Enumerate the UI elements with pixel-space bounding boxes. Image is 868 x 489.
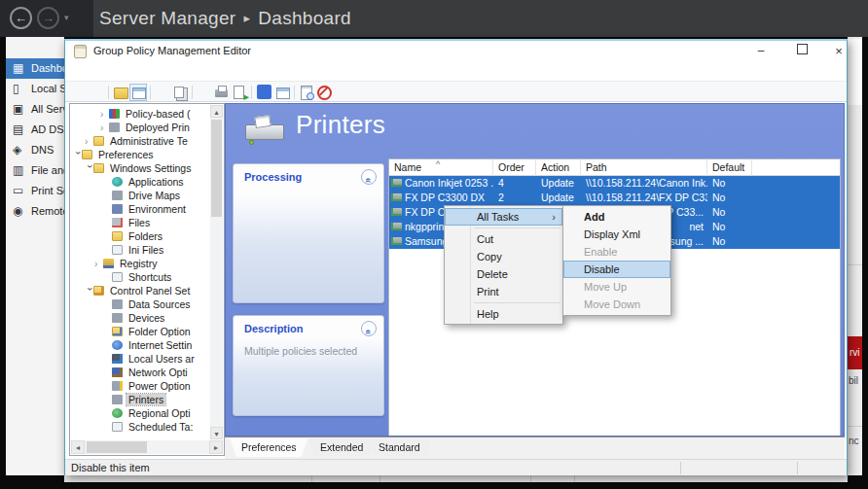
forward-icon[interactable]: → xyxy=(37,7,59,29)
FX DP C3300 DX[interactable]: FX DP C3300 DX2Update\\10.158.211.24\FX … xyxy=(389,191,840,205)
scroll-left-icon[interactable]: ◂ xyxy=(71,440,85,454)
tab-extended[interactable]: Extended xyxy=(308,439,375,456)
collapse-chevron-icon[interactable]: « xyxy=(361,169,377,185)
console-tree-icon[interactable] xyxy=(129,84,147,101)
expander-icon[interactable]: › xyxy=(100,122,109,135)
toolbar-sep-2[interactable] xyxy=(147,84,154,101)
menu-item-delete[interactable]: Delete xyxy=(445,265,562,283)
export-icon[interactable] xyxy=(231,84,248,101)
cut-icon[interactable] xyxy=(154,84,171,101)
scroll-down-icon[interactable]: ▾ xyxy=(210,427,223,439)
column-header-action[interactable]: Action xyxy=(536,159,581,176)
tree-item-files[interactable]: Files xyxy=(71,216,209,229)
submenu-item-move-down[interactable]: Move Down xyxy=(563,296,670,313)
sidebar-item-dns[interactable]: ◈DNS xyxy=(6,140,64,160)
tree-item-environment[interactable]: Environment xyxy=(71,202,209,216)
sidebar-item-local-server[interactable]: ▯Local Se xyxy=(6,79,64,99)
tree-item-administrative-templates[interactable]: ›Administrative Te xyxy=(71,134,209,148)
tree-item-shortcuts[interactable]: Shortcuts xyxy=(71,270,209,284)
tree-item-ini-files[interactable]: Ini Files xyxy=(71,243,209,257)
submenu-item-display-xml[interactable]: Display Xml xyxy=(563,226,670,243)
scroll-right-icon[interactable]: ▸ xyxy=(209,440,223,454)
sidebar-item-remote[interactable]: ◉Remote xyxy=(6,201,64,222)
tree-item-power-options[interactable]: Power Option xyxy=(71,379,209,393)
tree-item-network-options[interactable]: Network Opti xyxy=(71,366,209,379)
preview-icon[interactable] xyxy=(298,84,315,101)
tree-item-data-sources[interactable]: Data Sources xyxy=(71,297,209,311)
tree-item-internet-settings[interactable]: Internet Settin xyxy=(71,338,209,352)
expander-icon[interactable]: › xyxy=(100,108,109,122)
block-icon[interactable] xyxy=(315,84,333,101)
submenu-item-move-up[interactable]: Move Up xyxy=(563,278,670,296)
tab-standard[interactable]: Standard xyxy=(367,439,432,456)
tree-item-printers[interactable]: Printers xyxy=(71,393,209,406)
back-icon[interactable]: ← xyxy=(10,7,32,29)
expander-icon[interactable]: › xyxy=(83,165,96,174)
tree-item-folders[interactable]: Folders xyxy=(71,229,209,243)
tree-item-drive-maps[interactable]: Drive Maps xyxy=(71,189,209,202)
scrollbar-thumb[interactable] xyxy=(87,441,147,453)
toolbar-sep-4[interactable] xyxy=(248,84,255,101)
menu-item-help[interactable]: Help xyxy=(445,305,562,323)
toolbar-sep-3[interactable] xyxy=(189,84,196,101)
menu-item-all-tasks[interactable]: All Tasks› xyxy=(445,208,562,226)
menu-item-cut[interactable]: Cut xyxy=(445,230,562,248)
help-icon[interactable] xyxy=(257,85,271,99)
print-icon[interactable] xyxy=(213,84,231,101)
submenu-item-add[interactable]: Add xyxy=(563,208,670,226)
tree-item-folder-options[interactable]: Folder Option xyxy=(71,325,209,338)
submenu-item-enable[interactable]: Enable xyxy=(563,243,670,261)
tree-item-applications[interactable]: Applications xyxy=(71,175,209,189)
tree-item-windows-settings[interactable]: ›Windows Settings xyxy=(71,161,209,175)
page-title[interactable]: Dashboard xyxy=(258,8,351,28)
column-header-name[interactable]: Name^ xyxy=(389,159,493,176)
scrollbar-thumb[interactable] xyxy=(211,120,222,217)
tree-item-deployed-printers[interactable]: ›Deployed Prin xyxy=(71,121,209,134)
collapse-chevron-icon[interactable]: « xyxy=(361,321,377,336)
sidebar-item-ad-ds[interactable]: ▤AD DS xyxy=(6,120,64,140)
expander-icon[interactable]: › xyxy=(71,152,85,160)
menu-item-copy[interactable]: Copy xyxy=(445,248,562,265)
up-folder-icon[interactable] xyxy=(112,84,129,101)
tree-vertical-scrollbar[interactable]: ▴ ▾ xyxy=(210,105,223,439)
copy-icon[interactable] xyxy=(171,84,189,101)
tree-item-local-users[interactable]: Local Users ar xyxy=(71,352,209,366)
window-icon[interactable] xyxy=(273,84,291,101)
menu-item-print[interactable]: Print xyxy=(445,283,562,300)
column-header-path[interactable]: Path xyxy=(581,159,707,176)
forward-icon[interactable] xyxy=(88,84,105,101)
scroll-up-icon[interactable]: ▴ xyxy=(210,105,223,118)
tab-preferences[interactable]: Preferences xyxy=(230,438,308,457)
sidebar-item-all-servers[interactable]: ▣All Serve xyxy=(6,99,64,120)
nav-caret-icon[interactable]: ▾ xyxy=(64,13,69,22)
add-icon[interactable] xyxy=(333,84,350,101)
sidebar-item-file-and-storage[interactable]: ▥File and xyxy=(6,160,64,181)
tree-item-policy-based[interactable]: ›Policy-based ( xyxy=(71,107,209,121)
column-header-default[interactable]: Default xyxy=(707,159,752,176)
tree-item-registry[interactable]: ›Registry xyxy=(71,257,209,270)
maximize-button[interactable] xyxy=(793,43,811,59)
close-button[interactable]: × xyxy=(830,43,848,59)
back-icon[interactable] xyxy=(70,84,88,101)
sidebar-item-print-services[interactable]: ▭Print Ser xyxy=(6,181,64,201)
tree-item-preferences[interactable]: ›Preferences xyxy=(71,148,209,161)
submenu-item-disable[interactable]: Disable xyxy=(563,261,670,278)
minimize-button[interactable]: – xyxy=(752,43,770,59)
tree-horizontal-scrollbar[interactable]: ◂ ▸ xyxy=(71,440,223,454)
down-icon[interactable] xyxy=(368,84,385,101)
toolbar-sep-1[interactable] xyxy=(105,84,112,101)
tree-item-regional-options[interactable]: Regional Opti xyxy=(71,406,209,420)
expander-icon[interactable]: › xyxy=(83,288,96,297)
up-icon[interactable] xyxy=(350,84,368,101)
sidebar-item-dashboard[interactable]: ▦Dashboa xyxy=(6,58,64,79)
expander-icon[interactable]: › xyxy=(85,135,93,149)
tree-item-control-panel-settings[interactable]: ›Control Panel Set xyxy=(71,284,209,297)
tree-item-scheduled-tasks[interactable]: Scheduled Ta: xyxy=(71,420,209,434)
column-header-order[interactable]: Order xyxy=(493,159,536,176)
Canon Inkjet 0253 ...[interactable]: Canon Inkjet 0253 ...4Update\\10.158.211… xyxy=(389,176,840,191)
delete-icon[interactable] xyxy=(196,84,213,101)
toolbar-sep-5[interactable] xyxy=(291,84,298,101)
tree-item-devices[interactable]: Devices xyxy=(71,311,209,325)
expander-icon[interactable]: › xyxy=(94,258,103,271)
title-bar[interactable]: Group Policy Management Editor – × xyxy=(65,41,847,62)
